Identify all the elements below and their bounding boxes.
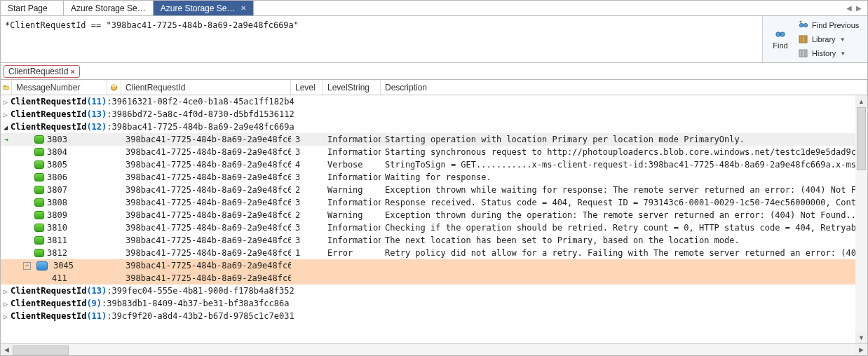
- history-button[interactable]: History ▼: [798, 47, 864, 60]
- cell-description: Checking if the operation should be retr…: [381, 221, 867, 234]
- row-marker: [1, 259, 12, 272]
- cell-status-icon: [107, 234, 121, 247]
- table-row[interactable]: 3808398bac41-7725-484b-8a69-2a9e48fc669a…: [1, 196, 867, 209]
- svg-rect-12: [4, 85, 6, 86]
- grid-header-clientrequestid[interactable]: ClientRequestId: [121, 80, 291, 95]
- svg-rect-6: [802, 36, 804, 43]
- tab-prev-icon[interactable]: ◀: [845, 4, 853, 12]
- query-input[interactable]: *ClientRequestId == "398bac41-7725-484b-…: [1, 16, 762, 61]
- group-row[interactable]: ▷ClientRequestId (11): 39cf9f20-a8d4-43b…: [1, 310, 867, 322]
- table-row[interactable]: ➜3803398bac41-7725-484b-8a69-2a9e48fc669…: [1, 133, 867, 146]
- chevron-right-icon[interactable]: ▷: [1, 287, 11, 295]
- table-row[interactable]: 3812398bac41-7725-484b-8a69-2a9e48fc669a…: [1, 247, 867, 259]
- find-label: Find: [773, 41, 787, 50]
- scroll-up-icon[interactable]: ▲: [855, 95, 867, 107]
- group-row[interactable]: ▷ClientRequestId (11): 39616321-08f2-4ce…: [1, 95, 867, 108]
- cell-status-icon: [107, 133, 121, 146]
- find-button[interactable]: Find: [766, 19, 795, 60]
- chevron-right-icon[interactable]: ▷: [1, 300, 11, 308]
- cell-level: 3: [291, 221, 323, 234]
- scroll-down-icon[interactable]: ▼: [855, 331, 867, 343]
- table-row[interactable]: 3810398bac41-7725-484b-8a69-2a9e48fc669a…: [1, 221, 867, 234]
- scroll-right-icon[interactable]: ▶: [855, 344, 867, 355]
- chevron-right-icon[interactable]: ▷: [1, 98, 11, 106]
- cell-messagenumber: 411: [12, 272, 107, 285]
- expand-icon[interactable]: +: [23, 262, 31, 270]
- svg-point-4: [803, 23, 807, 27]
- table-row[interactable]: 411398bac41-7725-484b-8a69-2a9e48fc669a: [1, 272, 867, 285]
- cell-levelstring: [323, 259, 381, 272]
- grid-header-marker[interactable]: [1, 80, 12, 95]
- svg-rect-9: [802, 50, 804, 57]
- cell-levelstring: [323, 272, 381, 285]
- tab-next-icon[interactable]: ▶: [855, 4, 863, 12]
- cell-description: Exception thrown during the operation: T…: [381, 209, 867, 221]
- svg-rect-8: [799, 50, 801, 57]
- grid-header-messagenumber[interactable]: MessageNumber: [12, 80, 107, 95]
- cell-clientrequestid: 398bac41-7725-484b-8a69-2a9e48fc669a: [121, 133, 291, 146]
- scroll-thumb[interactable]: [13, 345, 69, 355]
- grid-header-level[interactable]: Level: [291, 80, 323, 95]
- cell-description: Waiting for response.: [381, 171, 867, 184]
- horizontal-scrollbar[interactable]: ◀ ▶: [1, 343, 867, 355]
- cell-levelstring: Error: [323, 247, 381, 259]
- group-label: ClientRequestId: [11, 97, 86, 107]
- binoculars-prev-icon: [798, 20, 809, 31]
- group-row[interactable]: ▷ClientRequestId (13): 399fec04-555e-4b8…: [1, 285, 867, 297]
- group-row[interactable]: ▷ClientRequestId (9): 39b83db1-8409-4b37…: [1, 297, 867, 310]
- cell-levelstring: Warning: [323, 209, 381, 221]
- scroll-left-icon[interactable]: ◀: [1, 344, 13, 355]
- library-button[interactable]: Library ▼: [798, 33, 864, 46]
- table-row[interactable]: +3045398bac41-7725-484b-8a69-2a9e48fc669…: [1, 259, 867, 272]
- cell-level: 3: [291, 196, 323, 209]
- chevron-right-icon[interactable]: ▷: [1, 313, 11, 320]
- tab-overflow-nav: ◀ ▶: [841, 1, 867, 15]
- chevron-down-icon: ▼: [840, 36, 846, 43]
- table-row[interactable]: 3804398bac41-7725-484b-8a69-2a9e48fc669a…: [1, 146, 867, 158]
- chevron-down-icon[interactable]: ◢: [1, 123, 11, 131]
- cell-messagenumber: 3809: [12, 209, 107, 221]
- table-row[interactable]: 3805398bac41-7725-484b-8a69-2a9e48fc669a…: [1, 158, 867, 171]
- table-row[interactable]: 3811398bac41-7725-484b-8a69-2a9e48fc669a…: [1, 234, 867, 247]
- tab-azure-storage-1[interactable]: Azure Storage Se…: [64, 1, 154, 15]
- close-icon[interactable]: ✕: [240, 4, 246, 12]
- cell-level: 3: [291, 146, 323, 158]
- grid-header-status[interactable]: [107, 80, 121, 95]
- app-window: Start Page Azure Storage Se… Azure Stora…: [0, 0, 868, 356]
- scroll-thumb[interactable]: [857, 107, 866, 170]
- cell-levelstring: Information: [323, 196, 381, 209]
- row-marker: [1, 234, 12, 247]
- tab-azure-storage-2[interactable]: Azure Storage Se… ✕: [154, 1, 255, 15]
- group-row[interactable]: ▷ClientRequestId (13): 3986bd72-5a8c-4f0…: [1, 108, 867, 121]
- status-pill-icon: [34, 186, 44, 194]
- scroll-track[interactable]: [855, 107, 867, 331]
- cell-clientrequestid: 398bac41-7725-484b-8a69-2a9e48fc669a: [121, 234, 291, 247]
- chevron-right-icon[interactable]: ▷: [1, 111, 11, 118]
- cell-status-icon: [107, 146, 121, 158]
- chevron-down-icon: ▼: [840, 50, 846, 57]
- table-row[interactable]: 3809398bac41-7725-484b-8a69-2a9e48fc669a…: [1, 209, 867, 221]
- group-label: ClientRequestId: [11, 299, 86, 308]
- filter-chip-clientrequestid[interactable]: ClientRequestId ×: [4, 65, 80, 78]
- tab-start-page[interactable]: Start Page: [1, 1, 64, 15]
- table-row[interactable]: 3807398bac41-7725-484b-8a69-2a9e48fc669a…: [1, 184, 867, 196]
- find-previous-button[interactable]: Find Previous: [798, 19, 864, 32]
- status-pill-icon: [34, 211, 44, 219]
- grid-header-description[interactable]: Description: [381, 80, 867, 95]
- scroll-track[interactable]: [13, 344, 855, 355]
- row-marker: [1, 272, 12, 285]
- status-pill-icon: [34, 148, 44, 156]
- row-marker: [1, 158, 12, 171]
- cell-levelstring: Information: [323, 146, 381, 158]
- group-count: (13): [86, 286, 107, 296]
- close-icon[interactable]: ×: [70, 67, 74, 76]
- group-row[interactable]: ◢ClientRequestId (12): 398bac41-7725-484…: [1, 121, 867, 133]
- grid-header-levelstring[interactable]: LevelString: [323, 80, 381, 95]
- tab-strip: Start Page Azure Storage Se… Azure Stora…: [1, 1, 867, 16]
- svg-point-14: [111, 85, 116, 87]
- cell-messagenumber: 3812: [12, 247, 107, 259]
- row-marker: [1, 171, 12, 184]
- table-row[interactable]: 3806398bac41-7725-484b-8a69-2a9e48fc669a…: [1, 171, 867, 184]
- cell-levelstring: Warning: [323, 184, 381, 196]
- vertical-scrollbar[interactable]: ▲ ▼: [855, 95, 867, 343]
